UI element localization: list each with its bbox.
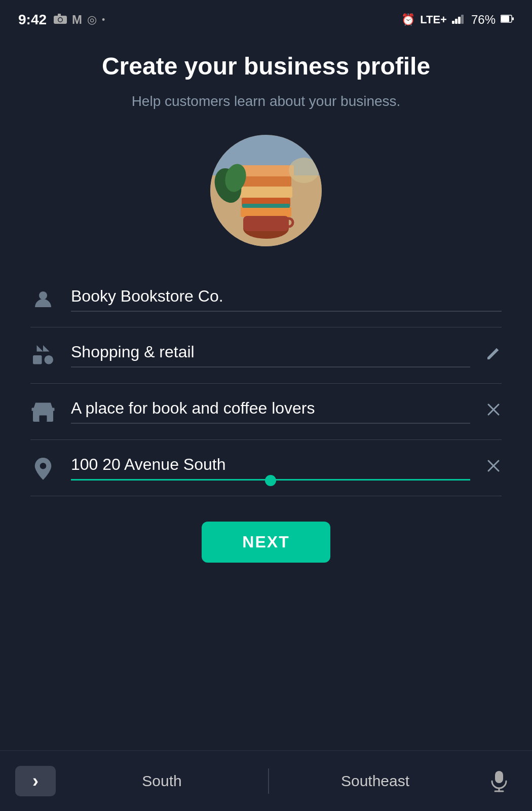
svg-rect-16	[240, 187, 292, 198]
page-title: Create your business profile	[30, 52, 502, 81]
person-icon	[30, 289, 56, 309]
svg-rect-4	[452, 21, 454, 24]
svg-rect-29	[33, 355, 42, 364]
svg-rect-32	[40, 415, 47, 422]
svg-rect-19	[242, 204, 290, 208]
mail-icon: M	[72, 13, 82, 27]
description-underline	[71, 423, 470, 424]
avatar[interactable]	[210, 135, 322, 246]
business-name-underline	[71, 311, 502, 312]
svg-marker-27	[43, 345, 50, 352]
svg-rect-9	[501, 16, 509, 22]
description-value: A place for book and coffee lovers	[71, 399, 470, 418]
cursor-dot	[265, 475, 276, 486]
svg-rect-10	[512, 17, 514, 20]
svg-rect-15	[241, 176, 291, 187]
store-icon	[30, 399, 56, 424]
svg-rect-33	[32, 408, 55, 411]
suggestion-southeast[interactable]: Southeast	[269, 767, 481, 795]
edit-category-button[interactable]	[485, 345, 502, 365]
status-icons: M ◎ •	[54, 13, 105, 27]
svg-point-36	[40, 463, 47, 469]
category-icon	[30, 343, 56, 368]
category-field: Shopping & retail	[30, 333, 502, 384]
svg-rect-18	[241, 207, 291, 217]
status-time: 9:42	[18, 12, 47, 28]
business-name-field: Booky Bookstore Co.	[30, 277, 502, 327]
address-field: 100 20 Avenue South	[30, 445, 502, 496]
page-subtitle: Help customers learn about your business…	[30, 93, 502, 109]
svg-rect-5	[455, 19, 458, 24]
svg-rect-21	[243, 216, 289, 231]
svg-point-25	[289, 158, 319, 183]
signal-icon	[452, 14, 466, 26]
business-name-value: Booky Bookstore Co.	[71, 287, 502, 306]
business-name-content[interactable]: Booky Bookstore Co.	[71, 287, 502, 312]
lte-label: LTE+	[420, 13, 447, 26]
suggestion-south[interactable]: South	[56, 767, 268, 795]
address-value: 100 20 Avenue South	[71, 455, 470, 474]
location-icon	[30, 455, 56, 481]
battery-level: 76%	[471, 13, 496, 27]
status-right: ⏰ LTE+ 76%	[401, 13, 514, 27]
microphone-button[interactable]	[481, 763, 517, 799]
chevron-right-icon: ›	[32, 770, 39, 792]
next-button-container: NEXT	[30, 522, 502, 563]
alarm-icon: ⏰	[401, 13, 415, 26]
svg-rect-39	[495, 771, 503, 783]
keyboard-arrow-button[interactable]: ›	[15, 766, 56, 796]
status-bar: 9:42 M ◎ • ⏰ LTE+	[0, 0, 532, 36]
main-content: Create your business profile Help custom…	[0, 36, 532, 563]
instagram-icon: ◎	[87, 13, 97, 26]
svg-rect-7	[461, 15, 464, 24]
battery-icon	[501, 15, 514, 25]
keyboard-bar: › South Southeast	[0, 750, 532, 811]
camera-icon	[54, 13, 67, 27]
address-content[interactable]: 100 20 Avenue South	[71, 455, 470, 481]
svg-point-26	[39, 291, 47, 300]
category-value: Shopping & retail	[71, 343, 470, 361]
description-field: A place for book and coffee lovers	[30, 389, 502, 440]
svg-rect-6	[458, 17, 461, 24]
clear-description-button[interactable]	[485, 401, 502, 422]
avatar-container[interactable]	[30, 135, 502, 246]
svg-marker-28	[37, 345, 44, 352]
keyboard-suggestions: South Southeast	[56, 767, 481, 795]
svg-point-30	[45, 355, 54, 364]
next-button[interactable]: NEXT	[202, 522, 330, 563]
svg-point-2	[59, 18, 62, 22]
description-content[interactable]: A place for book and coffee lovers	[71, 399, 470, 424]
svg-rect-3	[58, 14, 61, 16]
svg-rect-14	[238, 165, 294, 176]
dot-icon: •	[102, 15, 105, 25]
category-content[interactable]: Shopping & retail	[71, 343, 470, 367]
category-underline	[71, 366, 470, 367]
clear-address-button[interactable]	[485, 458, 502, 478]
